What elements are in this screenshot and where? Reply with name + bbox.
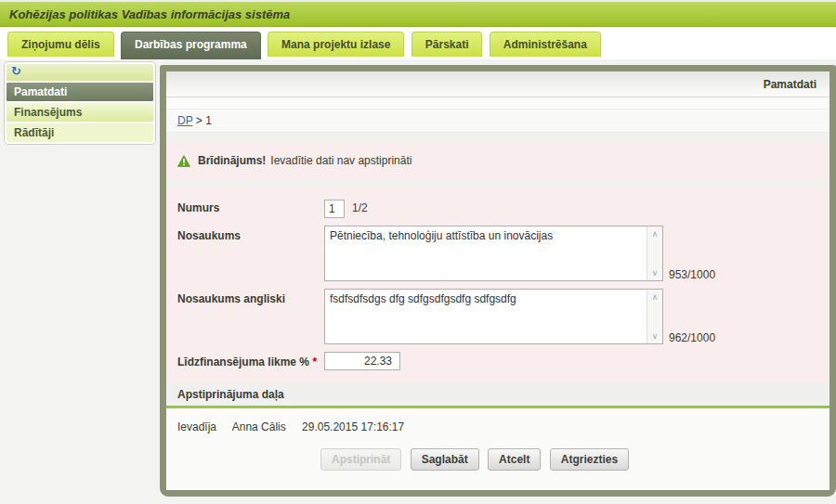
refresh-icon[interactable]: ↻ [11, 64, 21, 78]
app-title: Kohēzijas politikas Vadības informācijas… [9, 7, 290, 21]
required-marker: * [312, 355, 317, 368]
tab-parskati[interactable]: Pārskati [411, 32, 483, 57]
breadcrumb-separator: > [196, 114, 202, 127]
textarea-scrollbar[interactable]: ∧ ∨ [647, 290, 662, 343]
main-panel-inner: Pamatdati DP > 1 Brīdinājums! Ievadītie … [166, 71, 829, 490]
numurs-input[interactable] [324, 200, 345, 218]
content-area: ↻ Pamatdati Finansējums Rādītāji Pamatda… [0, 59, 836, 504]
likme-label: Līdzfinansējuma likme % * [177, 352, 324, 368]
atcelt-button[interactable]: Atcelt [488, 448, 541, 471]
form-row-nosaukums: Nosaukums Pētniecība, tehnoloģiju attīst… [166, 222, 829, 285]
breadcrumb: DP > 1 [166, 109, 829, 133]
nosaukums-textarea[interactable]: Pētniecība, tehnoloģiju attīstība un ino… [324, 226, 663, 281]
sidebar-item-finansejums[interactable]: Finansējums [7, 103, 153, 122]
likme-label-text: Līdzfinansējuma likme % [177, 355, 309, 368]
form-row-likme: Līdzfinansējuma likme % * [166, 348, 829, 374]
saglabat-button[interactable]: Saglabāt [411, 448, 479, 471]
form-area: Numurs 1/2 Nosaukums Pētniecība, tehnolo… [166, 187, 829, 383]
warning-banner: Brīdinājums! Ievadītie dati nav apstipri… [166, 142, 829, 179]
approval-section-header: Apstiprinājuma daļa [166, 383, 829, 408]
nosaukums-char-counter: 953/1000 [669, 268, 715, 281]
panel-title: Pamatdati [166, 71, 829, 97]
scroll-down-icon[interactable]: ∨ [652, 331, 659, 341]
spacer [166, 97, 829, 109]
divider-band [166, 133, 829, 142]
app-header: Kohēzijas politikas Vadības informācijas… [0, 2, 836, 27]
sidebar-item-pamatdati[interactable]: Pamatdati [7, 83, 153, 101]
textarea-scrollbar[interactable]: ∧ ∨ [647, 226, 662, 280]
breadcrumb-current: 1 [205, 114, 212, 127]
numurs-label: Numurs [177, 198, 324, 214]
nosaukums-angliski-char-counter: 962/1000 [669, 331, 715, 344]
scroll-up-icon[interactable]: ∧ [652, 229, 659, 239]
numurs-suffix: 1/2 [352, 198, 368, 218]
warning-title: Brīdinājums! [198, 154, 266, 167]
main-panel: Pamatdati DP > 1 Brīdinājums! Ievadītie … [160, 65, 836, 497]
nosaukums-label: Nosaukums [177, 226, 324, 242]
scroll-down-icon[interactable]: ∨ [652, 268, 659, 278]
scroll-up-icon[interactable]: ∧ [652, 292, 659, 302]
tab-administresana[interactable]: Administrēšana [490, 32, 601, 57]
entered-at-timestamp: 29.05.2015 17:16:17 [302, 420, 404, 433]
form-row-nosaukums-angliski: Nosaukums angliski fsdfsdfsdgs dfg sdfgs… [166, 285, 829, 348]
entered-by-row: Ievadīja Anna Cālis 29.05.2015 17:16:17 [166, 408, 829, 443]
form-row-numurs: Numurs 1/2 [166, 194, 829, 222]
nosaukums-angliski-label: Nosaukums angliski [177, 289, 324, 305]
likme-input[interactable] [324, 352, 400, 370]
apstiprinat-button[interactable]: Apstiprināt [320, 448, 401, 471]
breadcrumb-link-dp[interactable]: DP [177, 114, 192, 127]
divider-band [166, 179, 829, 187]
entered-by-label: Ievadīja [177, 420, 216, 433]
tab-mana-projektu-izlase[interactable]: Mana projektu izlase [268, 32, 404, 57]
tab-zinojumu-delis[interactable]: Ziņojumu dēlis [7, 32, 114, 57]
sidebar-item-raditaji[interactable]: Rādītāji [7, 123, 153, 142]
tab-darbibas-programma[interactable]: Darbības programma [121, 32, 261, 59]
warning-message: Ievadītie dati nav apstiprināti [270, 154, 411, 167]
atgriezties-button[interactable]: Atgriezties [550, 448, 629, 471]
nosaukums-angliski-textarea[interactable]: fsdfsdfsdgs dfg sdfgsdfgsdfg sdfgsdfg [324, 289, 663, 344]
entered-by-name: Anna Cālis [232, 420, 286, 433]
sidebar: ↻ Pamatdati Finansējums Rādītāji [4, 61, 156, 145]
sidebar-toolbar: ↻ [7, 64, 153, 81]
tab-bar: Ziņojumu dēlis Darbības programma Mana p… [0, 27, 836, 59]
button-row: Apstiprināt Saglabāt Atcelt Atgriezties [166, 443, 829, 471]
warning-icon [177, 155, 190, 167]
